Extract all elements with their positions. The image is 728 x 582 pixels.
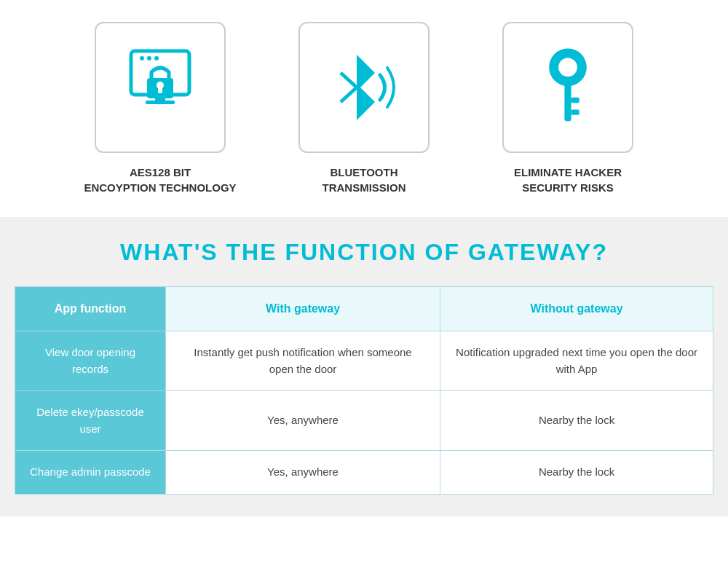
feature-security: ELIMINATE HACKER SECURITY RISKS bbox=[488, 22, 648, 195]
header-with-gateway: With gateway bbox=[165, 287, 440, 331]
svg-point-3 bbox=[154, 56, 159, 60]
gateway-table: App function With gateway Without gatewa… bbox=[15, 286, 713, 495]
row2-function: Delete ekey/passcode user bbox=[15, 391, 166, 451]
row3-without: Nearby the lock bbox=[440, 451, 713, 495]
header-app-function: App function bbox=[15, 287, 166, 331]
header-without-gateway: Without gateway bbox=[440, 287, 713, 331]
aes-label: AES128 BIT ENCOYPTION TECHNOLOGY bbox=[84, 165, 236, 195]
lock-icon bbox=[120, 47, 200, 127]
svg-point-2 bbox=[147, 56, 151, 60]
table-row: View door opening records Instantly get … bbox=[15, 331, 713, 391]
gateway-title: WHAT'S THE FUNCTION OF GATEWAY? bbox=[15, 239, 713, 266]
row3-with: Yes, anywhere bbox=[165, 451, 440, 495]
bluetooth-label: BLUETOOTH TRANSMISSION bbox=[322, 165, 405, 195]
feature-bluetooth: BLUETOOTH TRANSMISSION bbox=[284, 22, 444, 195]
svg-point-1 bbox=[140, 56, 144, 60]
svg-rect-13 bbox=[564, 84, 571, 121]
svg-line-10 bbox=[341, 87, 357, 102]
svg-point-12 bbox=[558, 58, 577, 76]
svg-line-9 bbox=[341, 73, 357, 87]
row1-function: View door opening records bbox=[15, 331, 166, 391]
svg-rect-14 bbox=[571, 98, 579, 103]
row3-function: Change admin passcode bbox=[15, 451, 166, 495]
row2-without: Nearby the lock bbox=[440, 391, 713, 451]
svg-rect-8 bbox=[146, 101, 175, 104]
aes-icon-box bbox=[95, 22, 226, 153]
gateway-section: WHAT'S THE FUNCTION OF GATEWAY? App func… bbox=[0, 217, 728, 516]
features-section: AES128 BIT ENCOYPTION TECHNOLOGY BLUETOO… bbox=[0, 0, 728, 217]
table-row: Change admin passcode Yes, anywhere Near… bbox=[15, 451, 713, 495]
row1-without: Notification upgraded next time you open… bbox=[440, 331, 713, 391]
svg-rect-7 bbox=[155, 95, 165, 101]
key-icon bbox=[535, 44, 601, 131]
security-label: ELIMINATE HACKER SECURITY RISKS bbox=[514, 165, 622, 195]
table-row: Delete ekey/passcode user Yes, anywhere … bbox=[15, 391, 713, 451]
svg-rect-6 bbox=[158, 87, 162, 93]
bluetooth-icon-box bbox=[298, 22, 430, 153]
row1-with: Instantly get push notification when som… bbox=[165, 331, 440, 391]
security-icon-box bbox=[502, 22, 633, 153]
feature-aes: AES128 BIT ENCOYPTION TECHNOLOGY bbox=[80, 22, 240, 195]
svg-rect-15 bbox=[571, 109, 579, 114]
bluetooth-icon bbox=[320, 47, 408, 127]
row2-with: Yes, anywhere bbox=[165, 391, 440, 451]
